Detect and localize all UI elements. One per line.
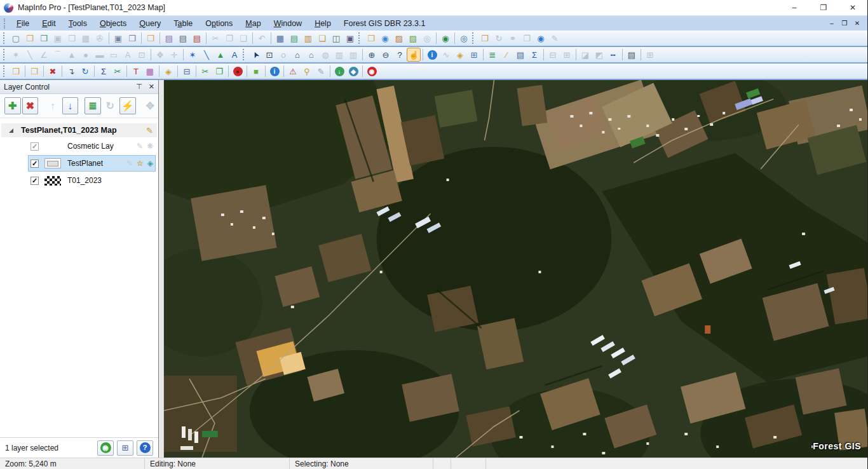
menu-objects[interactable]: Objects [93,17,133,30]
activate-layer-button[interactable]: ◉ [97,440,114,456]
menu-file[interactable]: File [10,17,36,30]
close-panel-icon[interactable]: ✕ [149,83,154,91]
symbol-style-button[interactable]: ✶ [186,48,200,62]
spray-tool-button[interactable]: ✎ [314,64,328,78]
boundary-select-button[interactable]: ⌂ [304,48,318,62]
open-project-button[interactable]: ❒ [9,64,23,78]
layer-help-button[interactable]: ? [137,440,153,456]
menu-map[interactable]: Map [239,17,267,30]
layer-row-cosmetic[interactable]: ✓ Cosmetic Lay ✎ ❋ [28,138,156,154]
mapinfo-marketplace-button[interactable]: ◉ [534,31,548,45]
adornment-scalebar-button[interactable]: ╍ [606,48,620,62]
layer-row-t01-2023[interactable]: ✓ T01_2023 [28,172,156,189]
map-legend-button[interactable]: ▤ [625,48,639,62]
child-restore-button[interactable]: ❐ [839,20,850,27]
print-button[interactable]: ▤ [176,31,190,45]
refresh-map-button[interactable]: ↻ [78,64,92,78]
expand-collapse-icon[interactable] [9,128,13,133]
find-button[interactable]: ◎ [457,31,471,45]
restore-button[interactable]: ❐ [809,0,838,15]
marquee-select-button[interactable]: ⊡ [262,48,276,62]
save-window-as-button[interactable]: ❒ [125,31,139,45]
child-minimize-button[interactable]: – [827,20,837,27]
zoom-in-button[interactable]: ⊕ [365,48,379,62]
text-style-button[interactable]: A [227,48,241,62]
zoom-out-button[interactable]: ⊖ [379,48,393,62]
layer-row-testplanet[interactable]: ✓ TestPlanet ✎ ☆ ◈ [28,155,156,172]
open-wfs-button[interactable]: ▨ [406,31,420,45]
open-web-service-button[interactable]: ◉ [378,31,392,45]
new-layout-button[interactable]: ❏ [315,31,329,45]
select-button[interactable]: ➤ [248,48,262,62]
column-statistics-button[interactable]: Σ [97,64,111,78]
menu-table[interactable]: Table [167,17,199,30]
world-map-button[interactable]: ◉ [438,31,452,45]
label-tool-button[interactable]: ◈ [161,64,175,78]
menu-tools[interactable]: Tools [62,17,93,30]
legend-button[interactable]: ▤ [513,48,527,62]
key-tool-button[interactable]: ⚲ [300,64,314,78]
open-workspace-button[interactable]: ❒ [144,31,158,45]
cut-features-button[interactable]: ✂ [198,64,212,78]
new-grapher-button[interactable]: ▥ [301,31,315,45]
power-tool-button[interactable]: ◉ [365,64,379,78]
green-rectangle-button[interactable]: ■ [249,64,263,78]
statistics-button[interactable]: Σ [527,48,541,62]
copy-features-button[interactable]: ❐ [212,64,226,78]
ruler-button[interactable]: ∕ [499,48,513,62]
close-button[interactable]: ✕ [838,0,867,15]
move-map-window-button[interactable]: ⊞ [467,48,481,62]
map-options-icon[interactable]: ✎ [146,126,153,135]
hotlink-options-button[interactable]: ⚡ [119,97,136,114]
new-mapper-button[interactable]: ▤ [287,31,301,45]
menu-query[interactable]: Query [133,17,167,30]
new-layout-designer-button[interactable]: ◫ [329,31,343,45]
grid-tool-button[interactable]: ▦ [143,64,157,78]
open-dbms-button[interactable]: ❒ [364,31,378,45]
eraser-tool-button[interactable]: ◆ [346,64,360,78]
open-copy-button[interactable]: ❒ [37,31,51,45]
label-button[interactable]: ◈ [453,48,467,62]
menu-edit[interactable]: Edit [36,17,62,30]
save-workspace-button[interactable]: ▣ [111,31,125,45]
change-zoom-button[interactable]: ? [393,48,407,62]
zoom-status[interactable]: Zoom: 5,240 m [0,458,145,469]
split-objects-button[interactable]: ✂ [111,64,125,78]
pan-button[interactable]: ☝ [407,48,421,62]
move-objects-button[interactable]: ↴ [64,64,78,78]
new-table-button[interactable]: ▢ [9,31,23,45]
column-text-button[interactable]: T [129,64,143,78]
open-table-button[interactable]: ❒ [23,31,37,45]
selecting-status[interactable]: Selecting: None [290,458,433,469]
layer-settings-button[interactable]: ⊞ [117,440,133,456]
region-style-button[interactable]: ▲ [214,48,227,62]
testplanet-visibility-checkbox[interactable]: ✓ [31,160,39,168]
radius-select-button[interactable]: ◌ [276,48,290,62]
open-wms-button[interactable]: ▨ [392,31,406,45]
menu-options[interactable]: Options [199,17,239,30]
open-dbms-table-button[interactable]: ❒ [478,31,492,45]
page-setup-button[interactable]: ▤ [162,31,176,45]
pin-icon[interactable]: ⊤ [136,83,142,91]
layer-control-button[interactable]: ≣ [485,48,499,62]
record-button[interactable]: ● [231,64,245,78]
t01-visibility-checkbox[interactable]: ✓ [31,177,39,185]
polygon-select-button[interactable]: ⌂ [290,48,304,62]
move-layer-down-button[interactable]: ↓ [62,97,79,114]
cosmetic-visibility-checkbox[interactable]: ✓ [31,142,39,151]
info-button[interactable]: i [425,48,439,62]
form-settings-button[interactable]: ⊟ [180,64,194,78]
editable-toggle-icon[interactable]: ☆ [137,160,144,167]
info-tool-button[interactable]: i [268,64,281,78]
layer-options-button[interactable]: ≣ [85,97,101,114]
minimize-button[interactable]: – [780,0,809,15]
menu-help[interactable]: Help [308,17,337,30]
monitor-alert-button[interactable]: ⚠ [286,64,300,78]
panel-splitter[interactable] [159,80,164,458]
menu-window[interactable]: Window [268,17,308,30]
new-browser-button[interactable]: ▦ [273,31,287,45]
menu-forest-gis-dbr-23-3-1[interactable]: Forest GIS DBR 23.3.1 [337,17,432,30]
download-tool-button[interactable]: ↓ [332,64,346,78]
new-redistricter-button[interactable]: ▣ [343,31,357,45]
line-style-button[interactable]: ╲ [200,48,214,62]
